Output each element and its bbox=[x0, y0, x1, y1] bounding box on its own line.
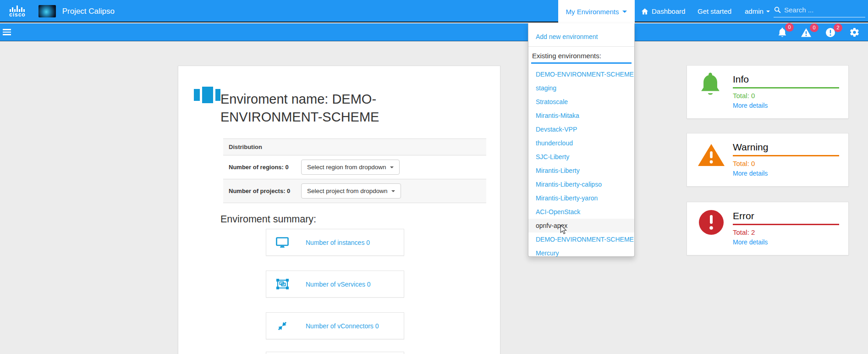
warning-status-card: Warning Total: 0 More details bbox=[687, 133, 849, 187]
environment-item[interactable]: DEMO-ENVIRONMENT-SCHEME bbox=[528, 67, 634, 81]
info-total: Total: 0 bbox=[733, 92, 839, 100]
mouse-cursor bbox=[560, 225, 567, 234]
environment-card: Enviroment name: DEMO-ENVIRONMENT-SCHEME… bbox=[178, 66, 500, 354]
nav-user-label: admin bbox=[745, 0, 764, 22]
vconnectors-link[interactable]: Number of vConnectors 0 bbox=[306, 322, 379, 330]
chevron-down-icon bbox=[390, 166, 394, 168]
environment-item[interactable]: Mirantis-Mitaka bbox=[528, 109, 634, 122]
regions-label: Number of regions: 0 bbox=[229, 164, 301, 171]
warning-title: Warning bbox=[733, 142, 839, 156]
info-status-card: Info Total: 0 More details bbox=[687, 65, 849, 119]
environment-item[interactable]: DEMO-ENVIRONMENT-SCHEME bbox=[528, 232, 634, 246]
regions-row: Number of regions: 0 Select region from … bbox=[223, 155, 486, 179]
environment-item[interactable]: SJC-Liberty bbox=[528, 150, 634, 164]
distribution-header: Distribution bbox=[223, 139, 486, 155]
brand: cisco Project Calipso bbox=[9, 0, 115, 22]
select-region-dropdown-button[interactable]: Select region from dropdown bbox=[301, 160, 400, 175]
nav-get-started-label: Get started bbox=[698, 0, 731, 22]
environment-item[interactable]: Stratoscale bbox=[528, 95, 634, 109]
cisco-logo: cisco bbox=[9, 6, 26, 17]
nav-user-menu[interactable]: admin bbox=[745, 0, 770, 22]
environment-item[interactable]: Mirantis-Liberty-calipso bbox=[528, 177, 634, 191]
select-project-label: Select project from dropdown bbox=[307, 188, 388, 194]
error-title: Error bbox=[733, 210, 839, 225]
toolbar: 0 0 2 bbox=[0, 23, 868, 41]
environment-item[interactable]: ACI-OpenStack bbox=[528, 205, 634, 219]
vconnectors-summary-card: Number of vConnectors 0 bbox=[266, 312, 404, 339]
nav-dashboard-label: Dashboard bbox=[652, 0, 685, 22]
select-region-label: Select region from dropdown bbox=[307, 164, 386, 171]
projects-label: Number of projects: 0 bbox=[229, 188, 301, 194]
app-title: Project Calipso bbox=[62, 7, 115, 16]
object-group-icon bbox=[275, 279, 289, 289]
select-project-dropdown-button[interactable]: Select project from dropdown bbox=[301, 183, 401, 199]
environment-item[interactable]: staging bbox=[528, 81, 634, 95]
search-box bbox=[774, 3, 865, 17]
menu-icon[interactable] bbox=[3, 29, 11, 37]
brand-image bbox=[38, 5, 56, 17]
chevron-down-icon bbox=[391, 190, 395, 192]
home-icon bbox=[641, 7, 649, 16]
projects-row: Number of projects: 0 Select project fro… bbox=[223, 179, 486, 203]
cisco-logo-text: cisco bbox=[9, 12, 26, 17]
my-environments-label: My Environments bbox=[566, 8, 619, 16]
toolbar-notification-icons: 0 0 2 bbox=[778, 23, 860, 41]
nav-dashboard[interactable]: Dashboard bbox=[641, 0, 685, 22]
environment-item[interactable]: Mirantis-Liberty bbox=[528, 164, 634, 177]
warning-total: Total: 0 bbox=[733, 160, 839, 167]
environment-item[interactable]: Mirantis-Liberty-yaron bbox=[528, 191, 634, 205]
menu-divider bbox=[528, 46, 634, 47]
error-total: Total: 2 bbox=[733, 228, 839, 236]
info-more-details-link[interactable]: More details bbox=[733, 102, 768, 109]
warning-triangle-icon bbox=[697, 143, 725, 167]
instances-summary-card: Number of instances 0 bbox=[266, 229, 404, 256]
info-notifications-group: 0 bbox=[778, 27, 787, 38]
error-more-details-link[interactable]: More details bbox=[733, 238, 768, 246]
error-status-card: Error Total: 2 More details bbox=[687, 202, 849, 255]
environment-item[interactable]: thundercloud bbox=[528, 136, 634, 150]
add-new-environment-link[interactable]: Add new environment bbox=[528, 30, 634, 44]
cisco-bars-icon bbox=[10, 6, 25, 12]
my-environments-menu-toggle[interactable]: My Environments bbox=[558, 0, 635, 23]
summary-card-partial bbox=[266, 352, 404, 354]
existing-environments-header: Existing environments: bbox=[528, 50, 634, 61]
environment-title: Enviroment name: DEMO-ENVIRONMENT-SCHEME bbox=[220, 90, 395, 126]
vservices-summary-card: Number of vServices 0 bbox=[266, 271, 404, 298]
warning-notifications-group: 0 bbox=[801, 28, 812, 38]
top-navbar: cisco Project Calipso My Environments Da… bbox=[0, 0, 868, 22]
monitor-icon bbox=[275, 237, 289, 248]
warning-more-details-link[interactable]: More details bbox=[733, 170, 768, 177]
instances-link[interactable]: Number of instances 0 bbox=[306, 239, 370, 246]
environments-dropdown-menu: Add new environment Existing environment… bbox=[528, 23, 635, 257]
summary-heading: Enviroment summary: bbox=[220, 214, 316, 225]
environment-item-hovered[interactable]: opnfv-apex bbox=[528, 219, 634, 232]
search-icon bbox=[774, 6, 781, 14]
compress-arrows-icon bbox=[275, 321, 289, 332]
search-input[interactable] bbox=[784, 6, 857, 14]
exclamation-circle-icon bbox=[698, 210, 724, 235]
warning-count-badge: 0 bbox=[810, 23, 819, 32]
chevron-down-icon bbox=[622, 11, 627, 13]
carousel-icon bbox=[194, 87, 220, 103]
bell-icon bbox=[700, 71, 721, 98]
chevron-down-icon bbox=[766, 11, 770, 12]
gear-icon[interactable] bbox=[849, 27, 860, 38]
environment-item[interactable]: Mercury bbox=[528, 246, 634, 260]
error-count-badge: 2 bbox=[834, 23, 842, 32]
error-notifications-group: 2 bbox=[825, 28, 835, 38]
info-title: Info bbox=[733, 74, 839, 88]
vservices-link[interactable]: Number of vServices 0 bbox=[306, 281, 371, 288]
header-underline bbox=[531, 62, 632, 64]
nav-get-started[interactable]: Get started bbox=[698, 0, 731, 22]
info-count-badge: 0 bbox=[785, 23, 794, 32]
environment-item[interactable]: Devstack-VPP bbox=[528, 122, 634, 136]
distribution-table: Distribution Number of regions: 0 Select… bbox=[223, 138, 486, 203]
